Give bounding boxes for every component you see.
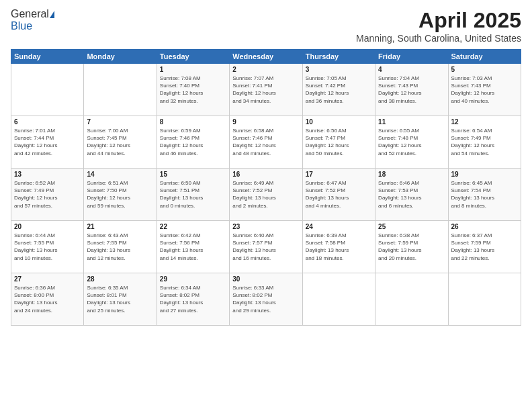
calendar-cell: 8Sunrise: 6:59 AM Sunset: 7:46 PM Daylig…	[157, 116, 229, 169]
day-number: 19	[451, 171, 518, 178]
calendar-cell	[11, 64, 84, 116]
calendar-week-row: 13Sunrise: 6:52 AM Sunset: 7:49 PM Dayli…	[11, 169, 521, 221]
calendar-week-row: 20Sunrise: 6:44 AM Sunset: 7:55 PM Dayli…	[11, 221, 521, 273]
calendar-week-row: 6Sunrise: 7:01 AM Sunset: 7:44 PM Daylig…	[11, 116, 521, 169]
calendar-cell: 1Sunrise: 7:08 AM Sunset: 7:40 PM Daylig…	[157, 64, 229, 116]
calendar-cell: 26Sunrise: 6:37 AM Sunset: 7:59 PM Dayli…	[448, 221, 521, 273]
day-info: Sunrise: 6:58 AM Sunset: 7:46 PM Dayligh…	[232, 127, 299, 157]
day-number: 1	[160, 66, 226, 73]
calendar-cell: 5Sunrise: 7:03 AM Sunset: 7:43 PM Daylig…	[448, 64, 521, 116]
day-number: 8	[160, 118, 226, 126]
day-number: 13	[14, 171, 81, 178]
day-of-week-header: Monday	[84, 50, 157, 64]
day-of-week-header: Sunday	[11, 50, 84, 64]
calendar-cell: 22Sunrise: 6:42 AM Sunset: 7:56 PM Dayli…	[157, 221, 229, 273]
day-of-week-header: Saturday	[448, 50, 521, 64]
day-info: Sunrise: 6:59 AM Sunset: 7:46 PM Dayligh…	[160, 127, 226, 157]
month-title: April 2025	[356, 8, 521, 33]
day-number: 22	[160, 223, 226, 230]
day-number: 23	[232, 223, 299, 230]
day-info: Sunrise: 6:47 AM Sunset: 7:52 PM Dayligh…	[306, 179, 372, 210]
day-number: 10	[306, 118, 372, 126]
day-number: 28	[87, 275, 153, 283]
day-info: Sunrise: 6:56 AM Sunset: 7:47 PM Dayligh…	[306, 127, 372, 157]
day-info: Sunrise: 6:39 AM Sunset: 7:58 PM Dayligh…	[306, 232, 372, 262]
day-info: Sunrise: 6:38 AM Sunset: 7:59 PM Dayligh…	[378, 232, 445, 262]
logo-triangle-icon	[50, 11, 54, 18]
day-info: Sunrise: 6:52 AM Sunset: 7:49 PM Dayligh…	[14, 179, 81, 210]
day-info: Sunrise: 6:35 AM Sunset: 8:01 PM Dayligh…	[87, 284, 153, 314]
calendar-cell: 18Sunrise: 6:46 AM Sunset: 7:53 PM Dayli…	[375, 169, 448, 221]
logo-blue-text: Blue	[11, 20, 32, 32]
calendar-cell: 6Sunrise: 7:01 AM Sunset: 7:44 PM Daylig…	[11, 116, 84, 169]
day-number: 29	[160, 275, 226, 283]
calendar-cell: 30Sunrise: 6:33 AM Sunset: 8:02 PM Dayli…	[230, 273, 302, 326]
calendar-cell: 11Sunrise: 6:55 AM Sunset: 7:48 PM Dayli…	[375, 116, 448, 169]
day-info: Sunrise: 7:00 AM Sunset: 7:45 PM Dayligh…	[87, 127, 153, 157]
calendar-cell: 21Sunrise: 6:43 AM Sunset: 7:55 PM Dayli…	[84, 221, 157, 273]
day-of-week-header: Wednesday	[230, 50, 302, 64]
day-number: 30	[232, 275, 299, 283]
day-info: Sunrise: 6:51 AM Sunset: 7:50 PM Dayligh…	[87, 179, 153, 210]
day-of-week-header: Tuesday	[157, 50, 229, 64]
day-number: 5	[451, 66, 518, 73]
day-info: Sunrise: 6:50 AM Sunset: 7:51 PM Dayligh…	[160, 179, 226, 210]
day-number: 20	[14, 223, 81, 230]
day-info: Sunrise: 7:05 AM Sunset: 7:42 PM Dayligh…	[306, 75, 372, 105]
calendar-table: SundayMondayTuesdayWednesdayThursdayFrid…	[11, 49, 521, 326]
day-info: Sunrise: 7:04 AM Sunset: 7:43 PM Dayligh…	[378, 75, 445, 105]
calendar-cell: 15Sunrise: 6:50 AM Sunset: 7:51 PM Dayli…	[157, 169, 229, 221]
calendar-cell	[302, 273, 375, 326]
calendar-cell: 2Sunrise: 7:07 AM Sunset: 7:41 PM Daylig…	[230, 64, 302, 116]
day-number: 18	[378, 171, 445, 178]
day-number: 4	[378, 66, 445, 73]
day-info: Sunrise: 6:33 AM Sunset: 8:02 PM Dayligh…	[232, 284, 299, 314]
calendar-cell	[375, 273, 448, 326]
day-number: 27	[14, 275, 81, 283]
location-title: Manning, South Carolina, United States	[356, 33, 521, 44]
day-info: Sunrise: 6:46 AM Sunset: 7:53 PM Dayligh…	[378, 179, 445, 210]
calendar-week-row: 1Sunrise: 7:08 AM Sunset: 7:40 PM Daylig…	[11, 64, 521, 116]
logo: General Blue	[11, 8, 55, 32]
calendar-cell: 7Sunrise: 7:00 AM Sunset: 7:45 PM Daylig…	[84, 116, 157, 169]
calendar-cell: 16Sunrise: 6:49 AM Sunset: 7:52 PM Dayli…	[230, 169, 302, 221]
day-number: 11	[378, 118, 445, 126]
day-number: 16	[232, 171, 299, 178]
day-info: Sunrise: 6:45 AM Sunset: 7:54 PM Dayligh…	[451, 179, 518, 210]
day-info: Sunrise: 6:42 AM Sunset: 7:56 PM Dayligh…	[160, 232, 226, 262]
day-info: Sunrise: 6:54 AM Sunset: 7:49 PM Dayligh…	[451, 127, 518, 157]
calendar-cell: 24Sunrise: 6:39 AM Sunset: 7:58 PM Dayli…	[302, 221, 375, 273]
header: General Blue April 2025 Manning, South C…	[11, 8, 521, 44]
day-number: 15	[160, 171, 226, 178]
day-info: Sunrise: 7:08 AM Sunset: 7:40 PM Dayligh…	[160, 75, 226, 105]
day-number: 25	[378, 223, 445, 230]
calendar-cell	[84, 64, 157, 116]
day-number: 2	[232, 66, 299, 73]
page: General Blue April 2025 Manning, South C…	[0, 0, 532, 411]
day-number: 26	[451, 223, 518, 230]
day-of-week-header: Thursday	[302, 50, 375, 64]
calendar-cell: 28Sunrise: 6:35 AM Sunset: 8:01 PM Dayli…	[84, 273, 157, 326]
day-info: Sunrise: 6:44 AM Sunset: 7:55 PM Dayligh…	[14, 232, 81, 262]
calendar-cell: 19Sunrise: 6:45 AM Sunset: 7:54 PM Dayli…	[448, 169, 521, 221]
calendar-cell: 23Sunrise: 6:40 AM Sunset: 7:57 PM Dayli…	[230, 221, 302, 273]
day-info: Sunrise: 6:43 AM Sunset: 7:55 PM Dayligh…	[87, 232, 153, 262]
day-number: 12	[451, 118, 518, 126]
day-info: Sunrise: 6:40 AM Sunset: 7:57 PM Dayligh…	[232, 232, 299, 262]
logo-general-text: General	[11, 8, 49, 20]
day-number: 9	[232, 118, 299, 126]
calendar-cell	[448, 273, 521, 326]
day-info: Sunrise: 6:34 AM Sunset: 8:02 PM Dayligh…	[160, 284, 226, 314]
calendar-cell: 9Sunrise: 6:58 AM Sunset: 7:46 PM Daylig…	[230, 116, 302, 169]
day-info: Sunrise: 7:03 AM Sunset: 7:43 PM Dayligh…	[451, 75, 518, 105]
calendar-cell: 10Sunrise: 6:56 AM Sunset: 7:47 PM Dayli…	[302, 116, 375, 169]
calendar-cell: 29Sunrise: 6:34 AM Sunset: 8:02 PM Dayli…	[157, 273, 229, 326]
calendar-cell: 14Sunrise: 6:51 AM Sunset: 7:50 PM Dayli…	[84, 169, 157, 221]
day-info: Sunrise: 7:01 AM Sunset: 7:44 PM Dayligh…	[14, 127, 81, 157]
day-info: Sunrise: 6:49 AM Sunset: 7:52 PM Dayligh…	[232, 179, 299, 210]
day-info: Sunrise: 7:07 AM Sunset: 7:41 PM Dayligh…	[232, 75, 299, 105]
calendar-cell: 4Sunrise: 7:04 AM Sunset: 7:43 PM Daylig…	[375, 64, 448, 116]
day-number: 3	[306, 66, 372, 73]
calendar-week-row: 27Sunrise: 6:36 AM Sunset: 8:00 PM Dayli…	[11, 273, 521, 326]
calendar-cell: 25Sunrise: 6:38 AM Sunset: 7:59 PM Dayli…	[375, 221, 448, 273]
